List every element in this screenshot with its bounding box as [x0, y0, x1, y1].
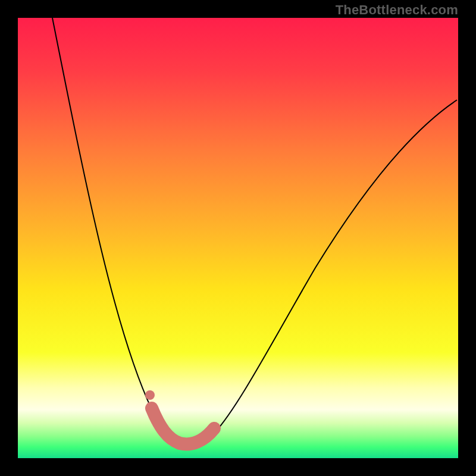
- watermark-text: TheBottleneck.com: [336, 2, 458, 18]
- highlight-dot: [145, 390, 155, 400]
- chart-frame: [18, 18, 458, 458]
- bottleneck-curve: [52, 18, 457, 446]
- chart-curves: [18, 18, 458, 458]
- highlight-band: [152, 408, 214, 444]
